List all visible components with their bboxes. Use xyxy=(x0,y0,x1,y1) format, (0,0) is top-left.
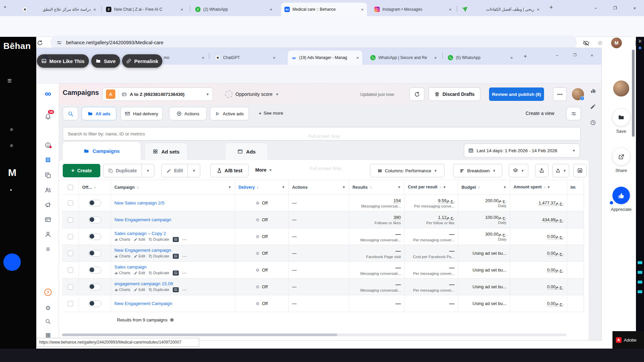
see-more-filters[interactable]: + See more xyxy=(259,110,283,116)
row-checkbox[interactable] xyxy=(68,251,73,256)
creative-preview-icon[interactable] xyxy=(173,237,179,242)
filter-caret-icon[interactable]: ▼ xyxy=(282,185,285,189)
new-tab-button[interactable]: + xyxy=(549,4,553,11)
filter-caret-icon[interactable]: ▼ xyxy=(342,185,345,189)
account-nav-icon[interactable] xyxy=(44,230,52,238)
browser-tab-whatsapp[interactable]: 2 (2) WhatsApp × xyxy=(192,3,276,16)
search-nav-icon[interactable] xyxy=(44,317,52,325)
breakdown-button[interactable]: Breakdown ▼ xyxy=(453,164,502,177)
filter-caret-icon[interactable]: ▼ xyxy=(503,185,506,189)
filter-caret-icon[interactable]: ▼ xyxy=(547,185,550,189)
behance-logo[interactable]: Bēhan xyxy=(3,41,31,51)
filter-caret-icon[interactable]: ▼ xyxy=(443,185,446,189)
charts-action[interactable]: Charts xyxy=(114,271,130,275)
row-more-icon[interactable]: ⋯ xyxy=(182,237,187,242)
history-clock-icon[interactable] xyxy=(590,120,596,127)
notifications-bell-icon[interactable]: 19 xyxy=(44,112,52,120)
ads-reporting-nav-icon[interactable] xyxy=(44,201,52,209)
chat-bubble-button[interactable] xyxy=(3,253,21,271)
reports-button[interactable]: ▼ xyxy=(509,164,528,177)
share-project-button[interactable] xyxy=(612,148,630,165)
site-info-icon[interactable] xyxy=(56,40,62,46)
settings-gear-icon[interactable]: ⚙ xyxy=(44,304,52,312)
duplicate-action[interactable]: Duplicate xyxy=(149,271,169,275)
campaign-link[interactable]: New Engagement campaign xyxy=(114,248,231,253)
campaign-link[interactable]: New Engagement campaign xyxy=(114,217,231,222)
tab-close-icon[interactable]: × xyxy=(270,7,272,12)
column-header-budget[interactable]: Budget↑↓▼ xyxy=(458,180,510,195)
campaign-toggle-off[interactable] xyxy=(89,250,101,257)
creative-preview-icon[interactable] xyxy=(173,254,179,259)
row-more-icon[interactable]: ⋯ xyxy=(182,287,187,292)
duplicate-action[interactable]: Duplicate xyxy=(149,288,169,292)
campaign-toggle-off[interactable] xyxy=(89,300,101,307)
campaign-toggle-off[interactable] xyxy=(89,233,101,240)
edit-action[interactable]: Edit xyxy=(134,271,145,275)
filter-caret-icon[interactable]: ▼ xyxy=(228,185,231,189)
appreciate-button[interactable] xyxy=(612,187,630,204)
charts-action[interactable]: Charts xyxy=(114,254,130,258)
export-button[interactable] xyxy=(535,164,548,177)
campaign-toggle-off[interactable] xyxy=(89,284,101,290)
browser-tab-zai[interactable]: Z New Chat | Z.ai - Free AI C × xyxy=(103,3,186,16)
audiences-nav-icon[interactable] xyxy=(44,186,52,194)
columns-button[interactable]: Columns: Performance ▼ xyxy=(370,164,444,177)
create-view-button[interactable]: Create a view xyxy=(526,111,554,116)
row-checkbox[interactable] xyxy=(68,267,73,273)
tab-campaigns-active[interactable]: Campaigns xyxy=(63,142,141,160)
charts-action[interactable]: Charts xyxy=(114,237,130,241)
filter-actions[interactable]: Actions xyxy=(169,107,207,120)
chart-view-button[interactable] xyxy=(573,164,587,177)
edit-dropdown[interactable]: ▼ xyxy=(188,164,200,177)
campaign-toggle-off[interactable] xyxy=(89,267,101,274)
column-header-results[interactable]: Results↑↓▼ xyxy=(349,180,405,195)
all-tools-menu-icon[interactable]: ≡ xyxy=(44,245,52,253)
horizontal-scrollbar[interactable] xyxy=(62,334,567,336)
edit-action[interactable]: Edit xyxy=(134,288,145,292)
url-text[interactable]: behance.net/gallery/244200993/Medical-ca… xyxy=(66,40,163,45)
minimize-button[interactable]: − xyxy=(589,3,602,13)
discard-drafts-button[interactable]: Discard Drafts xyxy=(429,87,480,101)
owner-avatar[interactable] xyxy=(613,80,629,97)
tab-close-icon[interactable]: × xyxy=(180,7,183,12)
browser-tab-behance-active[interactable]: Bē Medical care :: Behance × xyxy=(281,3,367,16)
select-all-checkbox[interactable] xyxy=(68,185,73,190)
filter-had-delivery[interactable]: Had delivery xyxy=(120,107,163,120)
more-options-button[interactable]: ⋯ xyxy=(553,87,567,101)
create-button[interactable]: +Create xyxy=(63,164,100,177)
campaign-link[interactable]: engagement campaign 15.09 xyxy=(114,281,231,286)
column-header-cost[interactable]: Cost per result↑↓▼ xyxy=(405,180,458,195)
save-pill-button[interactable]: Save xyxy=(91,54,120,68)
duplicate-action[interactable]: Duplicate xyxy=(149,254,169,258)
pages-nav-icon[interactable] xyxy=(44,171,52,179)
tab-close-icon[interactable]: × xyxy=(93,7,96,12)
campaign-toggle-off[interactable] xyxy=(89,200,101,206)
row-checkbox[interactable] xyxy=(68,234,73,239)
column-header-off[interactable]: Off...↑↓ xyxy=(79,180,111,195)
campaign-link[interactable]: Sales campaign – Copy 2 xyxy=(114,231,231,236)
charts-action[interactable]: Charts xyxy=(114,288,130,292)
more-button[interactable]: More▼ xyxy=(255,167,272,173)
info-icon[interactable] xyxy=(170,318,174,322)
permalink-button[interactable]: Permalink xyxy=(122,54,162,68)
scrollbar-thumb[interactable] xyxy=(62,334,337,336)
view-settings-button[interactable] xyxy=(566,107,581,120)
filter-active-ads[interactable]: Active ads xyxy=(210,107,249,120)
ab-test-button[interactable]: A/B test xyxy=(210,164,249,177)
tab-close-icon[interactable]: × xyxy=(537,7,539,12)
charts-panel-icon[interactable] xyxy=(590,87,596,95)
close-button[interactable]: × xyxy=(628,3,641,13)
bookmark-star-icon[interactable]: ☆ xyxy=(594,37,606,49)
browser-tab-instagram[interactable]: Instagram • Messages × xyxy=(371,3,455,16)
review-publish-button[interactable]: Review and publish (8) xyxy=(489,87,544,101)
export-dropdown-button[interactable]: ▼ xyxy=(552,164,569,177)
duplicate-button[interactable]: Duplicate xyxy=(103,164,142,177)
row-more-icon[interactable]: ⋯ xyxy=(182,253,187,259)
tab-ad-sets[interactable]: Ad sets xyxy=(145,143,187,160)
edit-panel-icon[interactable] xyxy=(590,104,596,111)
duplicate-action[interactable]: Duplicate xyxy=(149,237,169,241)
edit-button[interactable]: Edit xyxy=(162,164,187,177)
profile-avatar[interactable]: M xyxy=(611,38,622,48)
column-header-impressions[interactable]: Im xyxy=(567,180,584,195)
edit-action[interactable]: Edit xyxy=(134,254,145,258)
